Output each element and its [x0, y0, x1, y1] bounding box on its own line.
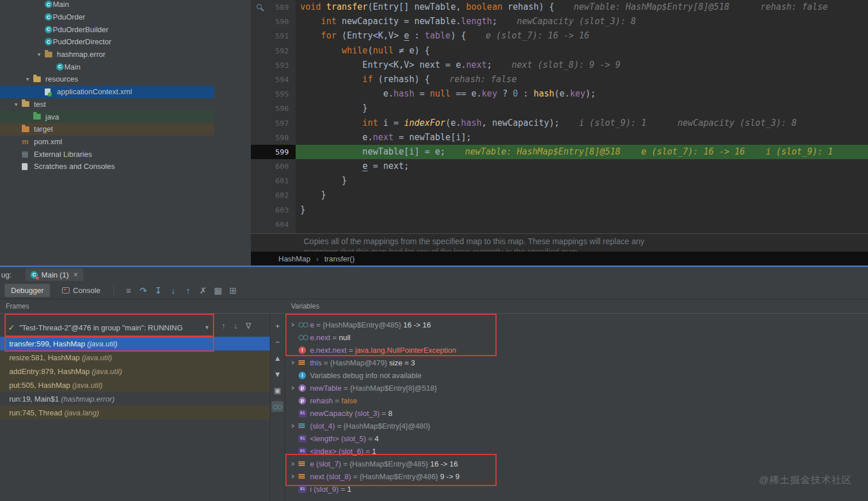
frame-row[interactable]: resize:581, HashMap (java.util)	[0, 350, 270, 364]
frame-row[interactable]: run:745, Thread (java.lang)	[0, 406, 270, 419]
tree-item[interactable]: CMain	[0, 60, 214, 73]
line-number: 603	[276, 206, 289, 214]
remove-watch-icon[interactable]: −	[272, 337, 284, 348]
show-execution-point-icon[interactable]: ↷	[136, 284, 151, 298]
code-line[interactable]: 596 }	[251, 101, 868, 115]
tree-item[interactable]: ▾test	[0, 98, 214, 111]
tree-item[interactable]: CPduOrderBuilder	[0, 23, 214, 36]
expand-chevron-icon[interactable]: >	[291, 321, 297, 328]
duplicate-watch-icon[interactable]: ▣	[272, 385, 284, 396]
expand-chevron-icon[interactable]: >	[291, 359, 297, 366]
expand-chevron-icon[interactable]: >	[291, 460, 297, 467]
variable-name: e (slot_7)	[310, 460, 341, 468]
chevron-expanded-icon[interactable]: ▾	[33, 51, 45, 57]
tree-item[interactable]: mpom.xml	[0, 136, 214, 148]
primitive-icon: 01	[299, 485, 310, 493]
tree-item-label: External Libraries	[33, 150, 92, 159]
code-line[interactable]: 595 e.hash = null == e.key ? 0 : hash(e.…	[251, 87, 868, 101]
variable-row[interactable]: 01<length> (slot_5) = 4	[285, 432, 868, 445]
move-down-icon[interactable]: ↓	[234, 321, 238, 330]
variable-row[interactable]: 01newCapacity (slot_3) = 8	[285, 407, 868, 419]
line-number-gutter: 601	[251, 174, 296, 188]
code-line[interactable]: 597 int i = indexFor(e.hash, newCapacity…	[251, 116, 868, 130]
variable-result: 1	[372, 447, 376, 456]
step-out-icon[interactable]: ↑	[181, 284, 196, 298]
tab-console[interactable]: Console	[56, 284, 107, 297]
tree-item[interactable]: java	[0, 110, 214, 123]
code-line[interactable]: 591 for (Entry<K,V> e : table) {e (slot_…	[251, 29, 868, 43]
move-up-icon[interactable]: ↑	[222, 321, 226, 330]
chevron-expanded-icon[interactable]: ▾	[10, 101, 22, 107]
code-line[interactable]: 590 int newCapacity = newTable.length;ne…	[251, 14, 868, 29]
tree-item-label: java	[45, 113, 59, 121]
code-line[interactable]: 592 while(null ≠ e) {	[251, 44, 868, 58]
tree-item-label: hashmap.error	[56, 50, 106, 59]
equals-sign: =	[321, 359, 330, 367]
code-line[interactable]: 598 e.next = newTable[i];	[251, 130, 868, 145]
code-line[interactable]: 602 }	[251, 188, 868, 202]
filter-icon[interactable]: ∇	[246, 321, 251, 330]
frame-row[interactable]: transfer:599, HashMap (java.util)	[0, 337, 270, 350]
line-number-gutter: 597	[251, 116, 296, 130]
code-line[interactable]: 600 e = next;	[251, 159, 868, 174]
chevron-expanded-icon[interactable]: ▾	[22, 76, 33, 82]
expand-chevron-icon[interactable]: >	[291, 384, 297, 391]
code-area[interactable]: 589void transfer(Entry[] newTable, boole…	[251, 0, 868, 232]
variable-row[interactable]: iVariables debug info not available	[285, 369, 868, 381]
variable-row[interactable]: >(slot_4) = {HashMap$Entry[4]@480}	[285, 419, 868, 432]
tree-item[interactable]: ▾hashmap.error	[0, 48, 214, 61]
evaluate-expression-icon[interactable]: ▦	[211, 284, 226, 298]
variable-row[interactable]: >e = {HashMap$Entry@485} 16 -> 16	[285, 318, 868, 331]
variable-row[interactable]: 01<index> (slot_6) = 1	[285, 445, 868, 457]
tree-item[interactable]: ▤External Libraries	[0, 148, 214, 160]
layout-settings-icon[interactable]: ⊞	[226, 284, 241, 298]
code-line[interactable]: 589void transfer(Entry[] newTable, boole…	[251, 0, 868, 14]
frame-row[interactable]: put:505, HashMap (java.util)	[0, 378, 270, 392]
tree-item[interactable]: applicationContext.xml	[0, 86, 214, 98]
code-line[interactable]: 601 }	[251, 174, 868, 188]
variable-row[interactable]: e.next = null	[285, 331, 868, 344]
breadcrumb-item-class[interactable]: HashMap	[278, 255, 311, 263]
exception-text: java.lang.NullPointerException	[355, 346, 456, 354]
equals-sign: =	[341, 460, 350, 468]
code-line[interactable]: 594 if (rehash) {rehash: false	[251, 72, 868, 87]
debug-window-label: ug:	[1, 271, 11, 279]
add-watch-icon[interactable]: +	[272, 321, 284, 332]
tree-item[interactable]: ▾resources	[0, 73, 214, 86]
tab-debugger[interactable]: Debugger	[5, 284, 50, 297]
code-line[interactable]: 593 Entry<K,V> next = e.next;next (slot_…	[251, 58, 868, 72]
tree-item[interactable]: Scratches and Consoles	[0, 160, 214, 173]
tree-item[interactable]: CPudOrderDirector	[0, 36, 214, 48]
frame-row[interactable]: addEntry:879, HashMap (java.util)	[0, 364, 270, 378]
step-over-icon[interactable]: ↧	[151, 284, 166, 298]
gutter-search-icon[interactable]	[257, 4, 262, 9]
variable-row[interactable]: >e (slot_7) = {HashMap$Entry@485} 16 -> …	[285, 457, 868, 470]
line-number: 593	[276, 61, 289, 70]
tree-item[interactable]: target	[0, 123, 214, 136]
variable-row[interactable]: >pnewTable = {HashMap$Entry[8]@518}	[285, 381, 868, 394]
debug-session-tab[interactable]: C Main (1) ×	[25, 268, 83, 281]
code-line[interactable]: 604	[251, 217, 868, 232]
tree-item[interactable]: CPduOrder	[0, 11, 214, 24]
move-watch-down-icon[interactable]: ▼	[272, 369, 284, 380]
thread-status-icon: ✓	[8, 323, 15, 332]
drop-frame-icon[interactable]: ✗	[196, 284, 211, 298]
line-number: 589	[276, 3, 289, 11]
expand-chevron-icon[interactable]: >	[291, 473, 297, 480]
expand-chevron-icon[interactable]: >	[291, 422, 297, 429]
tree-item[interactable]: CMain	[0, 0, 214, 11]
step-into-icon[interactable]: ↓	[166, 284, 181, 298]
variable-row[interactable]: !e.next.next = java.lang.NullPointerExce…	[285, 344, 868, 356]
variable-row[interactable]: >this = {HashMap@479} size = 3	[285, 356, 868, 369]
variable-row[interactable]: prehash = false	[285, 394, 868, 407]
move-watch-up-icon[interactable]: ▲	[272, 353, 284, 364]
code-line[interactable]: 603}	[251, 203, 868, 217]
breadcrumb-item-method[interactable]: transfer()	[324, 255, 355, 263]
code-line[interactable]: 599 newTable[i] = e;newTable: HashMap$En…	[251, 145, 868, 159]
menu-icon[interactable]: ≡	[121, 284, 136, 298]
show-watches-icon[interactable]	[272, 401, 284, 412]
close-icon[interactable]: ×	[73, 270, 78, 279]
code-text: }	[296, 101, 367, 115]
frame-text: addEntry:879, HashMap	[9, 367, 92, 376]
frame-row[interactable]: run:19, Main$1 (hashmap.error)	[0, 392, 270, 406]
